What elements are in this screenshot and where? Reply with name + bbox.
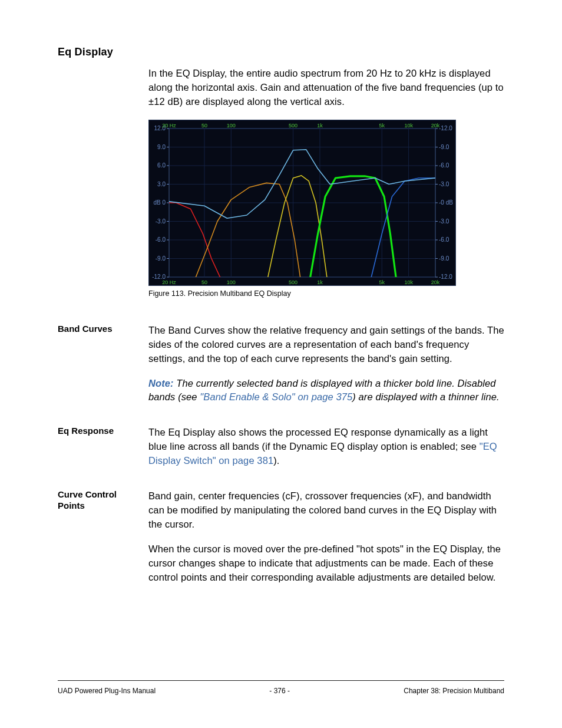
svg-text:1k: 1k xyxy=(317,123,323,129)
curve-control-label: Curve Control Points xyxy=(58,489,148,512)
band-curves-para1: The Band Curves show the relative freque… xyxy=(148,324,504,366)
eq-response-text-1: The Eq Display also shows the processed … xyxy=(148,427,488,452)
svg-text:100: 100 xyxy=(227,123,236,129)
section-title: Eq Display xyxy=(58,46,504,58)
intro-body: In the EQ Display, the entire audio spec… xyxy=(148,67,504,313)
eq-response-body: The Eq Display also shows the processed … xyxy=(148,426,504,479)
svg-text:-3.0: -3.0 xyxy=(439,180,449,187)
svg-text:-12.0: -12.0 xyxy=(439,125,452,131)
svg-text:6.0: 6.0 xyxy=(157,162,166,169)
figure-caption: Figure 113. Precision Multiband EQ Displ… xyxy=(148,289,504,298)
page: Eq Display In the EQ Display, the entire… xyxy=(0,0,562,728)
curve-control-para1: Band gain, center frequencies (cF), cros… xyxy=(148,489,504,532)
curve-control-row: Curve Control Points Band gain, center f… xyxy=(58,489,504,595)
eq-response-text-2: ). xyxy=(273,455,279,466)
eq-chart: 12.0-12.09.0-9.06.0-6.03.0-3.0dB 0-0 dB-… xyxy=(148,120,456,286)
svg-text:dB 0: dB 0 xyxy=(153,199,166,206)
svg-text:20k: 20k xyxy=(431,279,440,285)
eq-chart-wrap: 12.0-12.09.0-9.06.0-6.03.0-3.0dB 0-0 dB-… xyxy=(148,120,504,286)
svg-text:-6.0: -6.0 xyxy=(439,236,449,243)
svg-text:100: 100 xyxy=(227,279,236,285)
svg-text:-6.0: -6.0 xyxy=(156,236,166,243)
footer-left: UAD Powered Plug-Ins Manual xyxy=(58,687,156,695)
svg-text:5k: 5k xyxy=(379,279,385,285)
svg-text:-9.0: -9.0 xyxy=(439,143,449,150)
footer: UAD Powered Plug-Ins Manual - 376 - Chap… xyxy=(58,680,504,695)
svg-text:500: 500 xyxy=(289,279,297,285)
eq-response-row: Eq Response The Eq Display also shows th… xyxy=(58,426,504,479)
intro-para: In the EQ Display, the entire audio spec… xyxy=(148,67,504,109)
svg-text:20 Hz: 20 Hz xyxy=(162,279,176,285)
eq-response-label: Eq Response xyxy=(58,426,148,437)
eq-response-para: The Eq Display also shows the processed … xyxy=(148,426,504,468)
curve-control-body: Band gain, center frequencies (cF), cros… xyxy=(148,489,504,595)
note-label: Note: xyxy=(148,378,174,388)
band-curves-label: Band Curves xyxy=(58,324,148,335)
svg-text:-9.0: -9.0 xyxy=(156,255,166,261)
svg-text:10k: 10k xyxy=(404,123,413,129)
svg-text:50: 50 xyxy=(201,279,207,285)
curve-control-para2: When the cursor is moved over the pre-de… xyxy=(148,542,504,585)
svg-text:-3.0: -3.0 xyxy=(156,218,166,224)
svg-text:-3.0: -3.0 xyxy=(439,218,449,224)
intro-row: In the EQ Display, the entire audio spec… xyxy=(58,67,504,313)
footer-center: - 376 - xyxy=(269,687,290,695)
svg-text:-9.0: -9.0 xyxy=(439,255,449,261)
svg-text:-0 dB: -0 dB xyxy=(439,199,453,206)
band-curves-body: The Band Curves show the relative freque… xyxy=(148,324,504,416)
band-curves-row: Band Curves The Band Curves show the rel… xyxy=(58,324,504,416)
svg-text:-6.0: -6.0 xyxy=(439,162,449,169)
note-xref[interactable]: "Band Enable & Solo" on page 375 xyxy=(200,391,352,402)
note-text-2: ) are displayed with a thinner line. xyxy=(352,391,499,402)
svg-text:3.0: 3.0 xyxy=(157,180,166,187)
svg-text:1k: 1k xyxy=(317,279,323,285)
svg-text:20k: 20k xyxy=(431,123,440,129)
svg-text:500: 500 xyxy=(289,123,297,129)
svg-text:20 Hz: 20 Hz xyxy=(162,123,176,129)
svg-text:-12.0: -12.0 xyxy=(439,274,452,280)
svg-text:5k: 5k xyxy=(379,123,385,129)
footer-right: Chapter 38: Precision Multiband xyxy=(404,687,504,695)
band-curves-note: Note: The currently selected band is dis… xyxy=(148,377,504,405)
svg-text:10k: 10k xyxy=(404,279,413,285)
svg-text:50: 50 xyxy=(201,123,207,129)
svg-text:9.0: 9.0 xyxy=(157,143,166,150)
